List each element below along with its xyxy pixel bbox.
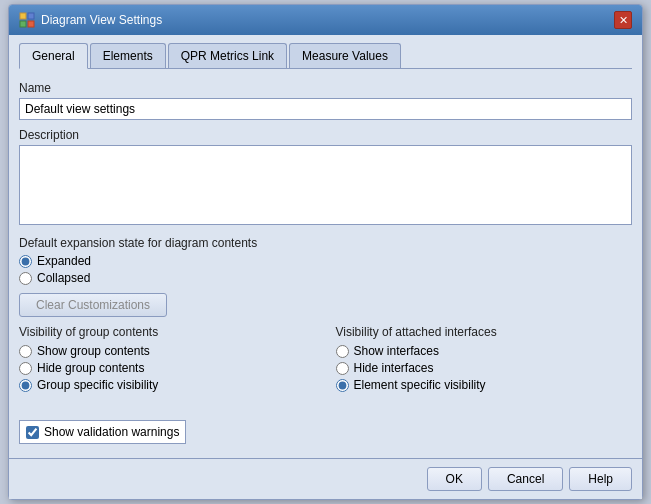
validation-checkbox[interactable] (26, 426, 39, 439)
diagram-icon (19, 12, 35, 28)
footer: OK Cancel Help (9, 458, 642, 499)
hide-group-option[interactable]: Hide group contents (19, 361, 316, 375)
show-interfaces-radio[interactable] (336, 345, 349, 358)
svg-rect-0 (20, 13, 26, 19)
show-group-option[interactable]: Show group contents (19, 344, 316, 358)
group-visibility-col: Visibility of group contents Show group … (19, 325, 316, 398)
interfaces-section-title: Visibility of attached interfaces (336, 325, 633, 339)
group-specific-option[interactable]: Group specific visibility (19, 378, 316, 392)
tab-elements[interactable]: Elements (90, 43, 166, 68)
validation-label: Show validation warnings (44, 425, 179, 439)
group-specific-radio[interactable] (19, 379, 32, 392)
hide-group-radio[interactable] (19, 362, 32, 375)
tab-general[interactable]: General (19, 43, 88, 69)
cancel-button[interactable]: Cancel (488, 467, 563, 491)
hide-interfaces-label: Hide interfaces (354, 361, 434, 375)
expansion-section-title: Default expansion state for diagram cont… (19, 236, 632, 250)
description-label: Description (19, 128, 632, 142)
close-button[interactable]: ✕ (614, 11, 632, 29)
ok-button[interactable]: OK (427, 467, 482, 491)
collapsed-radio[interactable] (19, 272, 32, 285)
collapsed-option[interactable]: Collapsed (19, 271, 632, 285)
tab-qpr-metrics[interactable]: QPR Metrics Link (168, 43, 287, 68)
show-interfaces-option[interactable]: Show interfaces (336, 344, 633, 358)
collapsed-label: Collapsed (37, 271, 90, 285)
tab-measure-values[interactable]: Measure Values (289, 43, 401, 68)
visibility-columns: Visibility of group contents Show group … (19, 325, 632, 398)
interfaces-radio-group: Show interfaces Hide interfaces Element … (336, 344, 633, 392)
tab-bar: General Elements QPR Metrics Link Measur… (19, 43, 632, 69)
group-section-title: Visibility of group contents (19, 325, 316, 339)
group-specific-label: Group specific visibility (37, 378, 158, 392)
name-input[interactable] (19, 98, 632, 120)
element-specific-option[interactable]: Element specific visibility (336, 378, 633, 392)
dialog: Diagram View Settings ✕ General Elements… (8, 4, 643, 500)
hide-interfaces-radio[interactable] (336, 362, 349, 375)
title-text: Diagram View Settings (41, 13, 162, 27)
name-label: Name (19, 81, 632, 95)
expanded-option[interactable]: Expanded (19, 254, 632, 268)
clear-customizations-button[interactable]: Clear Customizations (19, 293, 167, 317)
svg-rect-1 (28, 13, 34, 19)
group-radio-group: Show group contents Hide group contents … (19, 344, 316, 392)
hide-interfaces-option[interactable]: Hide interfaces (336, 361, 633, 375)
validation-checkbox-row[interactable]: Show validation warnings (19, 420, 186, 444)
show-group-radio[interactable] (19, 345, 32, 358)
svg-rect-2 (20, 21, 26, 27)
element-specific-label: Element specific visibility (354, 378, 486, 392)
description-input[interactable] (19, 145, 632, 225)
help-button[interactable]: Help (569, 467, 632, 491)
show-group-label: Show group contents (37, 344, 150, 358)
hide-group-label: Hide group contents (37, 361, 144, 375)
title-bar: Diagram View Settings ✕ (9, 5, 642, 35)
expanded-radio[interactable] (19, 255, 32, 268)
element-specific-radio[interactable] (336, 379, 349, 392)
interfaces-visibility-col: Visibility of attached interfaces Show i… (336, 325, 633, 398)
expansion-radio-group: Expanded Collapsed (19, 254, 632, 285)
svg-rect-3 (28, 21, 34, 27)
show-interfaces-label: Show interfaces (354, 344, 439, 358)
expanded-label: Expanded (37, 254, 91, 268)
